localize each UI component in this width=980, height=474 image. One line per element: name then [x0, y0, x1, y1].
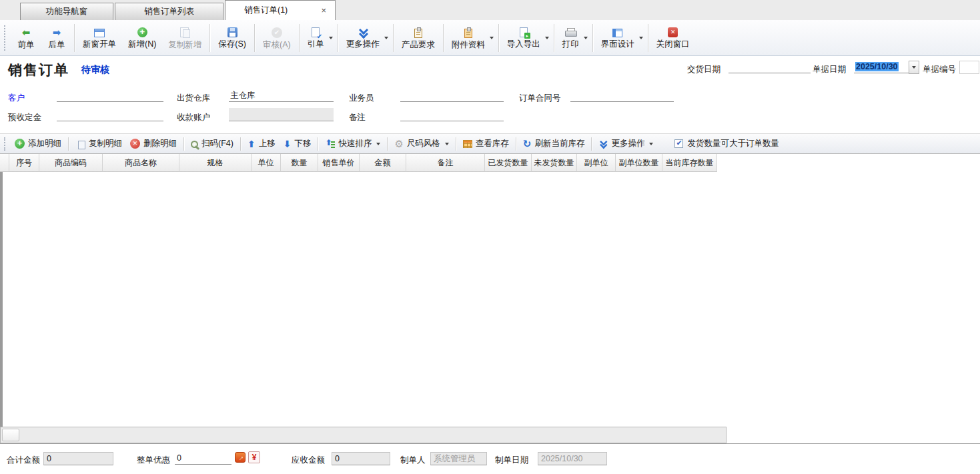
tab-label: 功能导航窗 [46, 6, 88, 17]
discount-edit-icon[interactable] [235, 452, 246, 463]
product-requirements-button[interactable]: 产品要求 [396, 21, 441, 55]
dropdown-arrow-icon[interactable] [490, 37, 494, 39]
warehouse-input[interactable] [229, 89, 334, 102]
close-tab-icon[interactable]: × [319, 5, 328, 15]
dropdown-arrow-icon[interactable] [384, 37, 388, 39]
new-order-button[interactable]: 新增(N) [122, 21, 162, 55]
col-current-stock[interactable]: 当前库存数量 [662, 154, 717, 172]
account-label: 收款账户 [177, 112, 210, 123]
contract-no-label: 订单合同号 [519, 93, 561, 104]
col-product-name[interactable]: 商品名称 [103, 154, 179, 172]
col-sub-unit[interactable]: 副单位 [577, 154, 616, 172]
dropdown-arrow-icon[interactable] [445, 143, 449, 145]
attachments-button[interactable]: 附件资料 [446, 21, 496, 55]
print-button[interactable]: 打印 [556, 21, 590, 55]
scan-icon [191, 141, 198, 148]
date-dropdown-button[interactable] [909, 61, 919, 74]
col-amount[interactable]: 金额 [360, 154, 406, 172]
next-order-button[interactable]: 后单 [41, 21, 72, 55]
delivery-date-input[interactable] [728, 61, 811, 73]
page-title: 销售订单 [8, 61, 69, 79]
delete-circle-icon [130, 139, 140, 149]
col-shipped-qty[interactable]: 已发货数量 [485, 154, 532, 172]
col-quantity[interactable]: 数量 [281, 154, 318, 172]
more-actions-button[interactable]: 更多操作 [340, 21, 391, 55]
col-seq-no[interactable]: 序号 [9, 154, 39, 172]
create-date-label: 制单日期 [495, 455, 528, 466]
toolbar-separator [338, 24, 338, 52]
tab-sales-order[interactable]: 销售订单(1) × [225, 0, 336, 20]
printer-icon [565, 28, 576, 37]
move-up-button[interactable]: 上移 [243, 136, 280, 151]
scan-barcode-button[interactable]: 扫码(F4) [187, 136, 237, 151]
toolbar-separator [74, 24, 75, 52]
col-sub-unit-qty[interactable]: 副单位数量 [616, 154, 662, 172]
import-export-button[interactable]: 导入导出 [501, 21, 552, 55]
delete-detail-button[interactable]: 删除明细 [126, 136, 181, 151]
customer-input[interactable] [57, 89, 163, 102]
view-stock-button[interactable]: 查看库存 [459, 136, 513, 151]
doc-no-input[interactable] [959, 61, 979, 74]
col-unit-price[interactable]: 销售单价 [318, 154, 360, 172]
salesman-input[interactable] [400, 89, 504, 102]
col-unit[interactable]: 单位 [252, 154, 281, 172]
size-style-button[interactable]: 尺码风格 [390, 136, 452, 151]
horizontal-scrollbar[interactable] [0, 427, 726, 443]
save-button[interactable]: 保存(S) [212, 21, 252, 55]
prev-order-button[interactable]: 前单 [11, 21, 41, 55]
dropdown-arrow-icon[interactable] [545, 37, 549, 39]
dropdown-arrow-icon[interactable] [649, 143, 653, 145]
contract-no-input[interactable] [570, 89, 674, 102]
table-body[interactable] [3, 172, 980, 427]
ui-design-button[interactable]: 界面设计 [595, 21, 646, 55]
audit-check-icon [272, 27, 282, 38]
doc-date-input[interactable]: 2025/10/30 [854, 61, 909, 73]
remark-input[interactable] [400, 109, 504, 121]
pull-order-button[interactable]: 引单 [302, 21, 336, 55]
gear-icon [394, 139, 403, 149]
col-product-code[interactable]: 商品编码 [39, 154, 103, 172]
more-detail-actions-button[interactable]: 更多操作 [594, 136, 657, 151]
receivable-value: 0 [332, 452, 390, 465]
new-window-order-button[interactable]: 新窗开单 [77, 21, 122, 55]
col-spec[interactable]: 规格 [179, 154, 252, 172]
dropdown-arrow-icon[interactable] [584, 37, 588, 39]
over-ship-checkbox-wrap: 发货数量可大于订单数量 [674, 138, 779, 149]
tab-label: 销售订单(1) [244, 5, 288, 16]
table-header-row: 序号 商品编码 商品名称 规格 单位 数量 销售单价 金额 备注 已发货数量 未… [0, 154, 980, 172]
add-circle-icon [15, 139, 25, 149]
customer-label: 客户 [8, 93, 25, 104]
tab-label: 销售订单列表 [144, 6, 194, 17]
copy-detail-button[interactable]: 复制明细 [71, 136, 126, 151]
add-detail-button[interactable]: 添加明细 [11, 136, 65, 151]
col-remark[interactable]: 备注 [406, 154, 485, 172]
over-ship-checkbox-label: 发货数量可大于订单数量 [687, 138, 779, 149]
tab-sales-order-list[interactable]: 销售订单列表 [115, 3, 223, 20]
sales-order-window: 功能导航窗 销售订单列表 销售订单(1) × 前单 后单 新窗开单 新增(N) [0, 0, 980, 474]
arrow-up-icon [248, 139, 256, 149]
toolbar-separator [443, 24, 444, 52]
tab-function-nav[interactable]: 功能导航窗 [20, 3, 113, 20]
scrollbar-thumb[interactable] [2, 429, 19, 441]
over-ship-checkbox[interactable] [674, 139, 683, 148]
quick-sort-button[interactable]: 快速排序 [321, 136, 384, 151]
items-table: 序号 商品编码 商品名称 规格 单位 数量 销售单价 金额 备注 已发货数量 未… [0, 153, 980, 427]
order-discount-label: 整单优惠 [137, 455, 170, 466]
refresh-stock-button[interactable]: 刷新当前库存 [519, 136, 589, 151]
order-discount-input[interactable]: 0 [175, 452, 231, 465]
dropdown-arrow-icon[interactable] [639, 37, 643, 39]
copy-new-button[interactable]: 复制新增 [162, 21, 207, 55]
dropdown-arrow-icon[interactable] [329, 37, 333, 39]
doc-date-label: 单据日期 [813, 64, 846, 75]
deposit-input[interactable] [57, 109, 163, 121]
col-unshipped-qty[interactable]: 未发货数量 [532, 154, 577, 172]
move-down-button[interactable]: 下移 [280, 136, 316, 151]
audit-button[interactable]: 审核(A) [257, 21, 297, 55]
chevrons-down-icon [600, 140, 607, 148]
main-toolbar: 前单 后单 新窗开单 新增(N) 复制新增 保存(S) 审核(A) [0, 20, 980, 56]
close-window-button[interactable]: 关闭窗口 [650, 21, 696, 55]
create-date-value: 2025/10/30 [538, 452, 607, 465]
rounding-icon[interactable] [248, 451, 260, 463]
toolbar-separator [240, 137, 241, 151]
dropdown-arrow-icon[interactable] [376, 143, 380, 145]
